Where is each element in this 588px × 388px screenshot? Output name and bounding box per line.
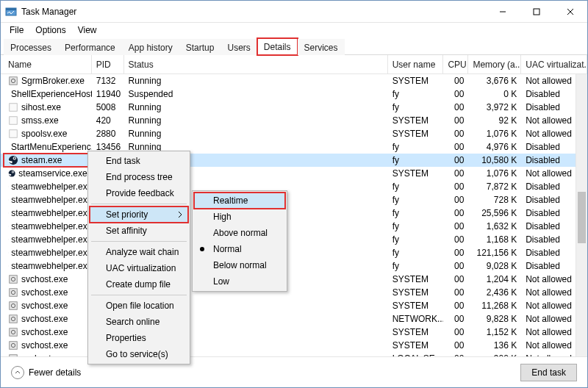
- maximize-button[interactable]: [520, 1, 553, 23]
- process-name-cell[interactable]: svchost.exe: [4, 273, 92, 286]
- ctx-provide-feedback[interactable]: Provide feedback: [90, 185, 188, 201]
- process-name-cell[interactable]: sihost.exe: [4, 101, 92, 114]
- process-name-cell[interactable]: steamwebhelper.ex: [4, 206, 92, 220]
- column-header[interactable]: CPU: [443, 55, 468, 73]
- ctx-search-online[interactable]: Search online: [90, 314, 188, 330]
- user-cell: NETWORK...: [388, 312, 444, 326]
- process-row[interactable]: sihost.exe5008Runningfy003,972 KDisabled: [1, 101, 587, 114]
- column-header[interactable]: Status: [124, 55, 388, 73]
- ctx-open-file-location[interactable]: Open file location: [90, 298, 188, 314]
- memory-cell: 11,268 K: [468, 299, 521, 312]
- close-button[interactable]: [553, 1, 587, 23]
- priority-normal[interactable]: Normal: [194, 241, 285, 257]
- tab-details[interactable]: Details: [257, 38, 298, 55]
- svg-rect-68: [10, 342, 18, 350]
- memory-cell: 121,156 K: [468, 246, 521, 259]
- priority-high[interactable]: High: [194, 209, 285, 225]
- tab-processes[interactable]: Processes: [4, 39, 58, 55]
- tab-performance[interactable]: Performance: [58, 39, 122, 55]
- process-name-cell[interactable]: svchost.exe: [4, 326, 92, 339]
- priority-submenu[interactable]: RealtimeHighAbove normalNormalBelow norm…: [192, 190, 287, 292]
- column-header[interactable]: User name: [388, 55, 444, 73]
- process-name-cell[interactable]: svchost.exe: [4, 299, 92, 312]
- memory-cell: 1,076 K: [468, 167, 521, 180]
- process-row[interactable]: SgrmBroker.exe7132RunningSYSTEM003,676 K…: [1, 74, 587, 87]
- ctx-analyze-wait-chain[interactable]: Analyze wait chain: [90, 244, 188, 260]
- tab-startup[interactable]: Startup: [179, 39, 221, 55]
- ctx-properties[interactable]: Properties: [90, 330, 188, 346]
- column-header[interactable]: UAC virtualizat...: [521, 55, 587, 73]
- svg-point-18: [9, 170, 15, 176]
- fewer-details-toggle[interactable]: Fewer details: [11, 366, 81, 379]
- chevron-right-icon: [178, 210, 182, 220]
- svg-rect-1: [6, 8, 16, 10]
- ctx-end-task[interactable]: End task: [90, 153, 188, 169]
- cpu-cell: 00: [443, 127, 468, 140]
- separator: [91, 241, 187, 242]
- menu-file[interactable]: File: [4, 24, 29, 37]
- tab-app-history[interactable]: App history: [122, 39, 179, 55]
- process-name-cell[interactable]: steamwebhelper.ex: [4, 259, 92, 273]
- svg-rect-3: [534, 9, 539, 15]
- process-name-cell[interactable]: steamwebhelper.ex: [4, 246, 92, 259]
- memory-cell: 0 K: [468, 87, 521, 101]
- ctx-set-priority[interactable]: Set priority: [90, 206, 188, 223]
- ctx-set-affinity[interactable]: Set affinity: [90, 223, 188, 239]
- status-cell: Running: [124, 127, 388, 140]
- end-task-button[interactable]: End task: [520, 364, 577, 381]
- menu-options[interactable]: Options: [29, 24, 71, 37]
- ctx-end-process-tree[interactable]: End process tree: [90, 169, 188, 185]
- ctx-go-to-service-s-[interactable]: Go to service(s): [90, 346, 188, 362]
- svg-rect-58: [10, 276, 18, 284]
- process-row[interactable]: ShellExperienceHost...11940Suspendedfy00…: [1, 87, 587, 101]
- process-name-cell[interactable]: svchost.exe: [4, 312, 92, 326]
- memory-cell: 3,972 K: [468, 101, 521, 114]
- ctx-create-dump-file[interactable]: Create dump file: [90, 276, 188, 292]
- process-name-cell[interactable]: SgrmBroker.exe: [4, 74, 92, 87]
- tab-users[interactable]: Users: [220, 39, 257, 55]
- pid-cell: 2880: [92, 127, 124, 140]
- column-header[interactable]: PID: [92, 55, 124, 73]
- process-name-cell[interactable]: steamwebhelper.ex: [4, 193, 92, 206]
- window-title: Task Manager: [21, 7, 486, 17]
- process-name-cell[interactable]: spoolsv.exe: [4, 127, 92, 140]
- memory-cell: 3,676 K: [468, 74, 521, 87]
- priority-low[interactable]: Low: [194, 273, 285, 290]
- process-name-cell[interactable]: steamwebhelper.ex: [4, 180, 92, 193]
- process-name-cell[interactable]: ShellExperienceHost...: [4, 87, 92, 101]
- minimize-button[interactable]: [486, 1, 520, 23]
- process-row[interactable]: spoolsv.exe2880RunningSYSTEM001,076 KNot…: [1, 127, 587, 140]
- menu-view[interactable]: View: [72, 24, 103, 37]
- process-name-cell[interactable]: svchost.exe: [4, 286, 92, 299]
- tab-services[interactable]: Services: [298, 39, 345, 55]
- memory-cell: 92 K: [468, 114, 521, 127]
- status-cell: Suspended: [124, 87, 388, 101]
- priority-below-normal[interactable]: Below normal: [194, 257, 285, 273]
- process-name-cell[interactable]: smss.exe: [4, 114, 92, 127]
- cpu-cell: 00: [443, 74, 468, 87]
- process-name-cell[interactable]: StartMenuExperienc...: [4, 140, 92, 154]
- process-name-cell[interactable]: steamwebhelper.ex: [4, 220, 92, 233]
- memory-cell: 728 K: [468, 193, 521, 206]
- ctx-uac-virtualization[interactable]: UAC virtualization: [90, 260, 188, 276]
- cpu-cell: 00: [443, 220, 468, 233]
- column-header[interactable]: Name: [4, 55, 92, 73]
- process-row[interactable]: smss.exe420RunningSYSTEM0092 KNot allowe…: [1, 114, 587, 127]
- vertical-scrollbar[interactable]: [576, 74, 587, 362]
- context-menu[interactable]: End taskEnd process treeProvide feedback…: [87, 151, 190, 364]
- process-name-cell[interactable]: steamwebhelper.ex: [4, 233, 92, 246]
- pid-cell: 420: [92, 114, 124, 127]
- process-name-cell[interactable]: svchost.exe: [4, 339, 92, 352]
- process-name-cell[interactable]: steamservice.exe: [4, 167, 92, 180]
- column-header[interactable]: Memory (a...: [468, 55, 521, 73]
- tab-strip: ProcessesPerformanceApp historyStartupUs…: [1, 37, 587, 55]
- cpu-cell: 00: [443, 101, 468, 114]
- process-name-cell[interactable]: steam.exe: [4, 154, 92, 167]
- priority-above-normal[interactable]: Above normal: [194, 225, 285, 241]
- cpu-cell: 00: [443, 233, 468, 246]
- priority-realtime[interactable]: Realtime: [194, 193, 285, 209]
- fewer-details-label: Fewer details: [29, 367, 81, 378]
- scroll-thumb[interactable]: [578, 192, 586, 243]
- memory-cell: 1,152 K: [468, 326, 521, 339]
- memory-cell: 4,976 K: [468, 140, 521, 154]
